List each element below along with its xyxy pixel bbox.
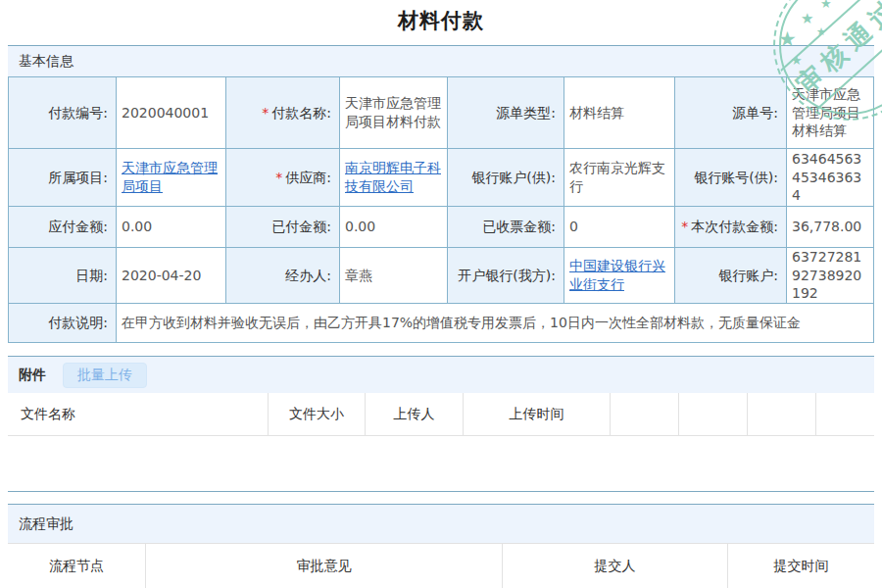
attachment-header-empty-cell [816,393,874,435]
spacer [0,343,882,356]
field-value: 农行南京光辉支行 [564,149,675,207]
field-label: 源单号: [675,77,787,149]
project-link[interactable]: 天津市应急管理局项目 [122,159,220,196]
column-header-submitter: 提交人 [503,544,728,588]
field-value: 章燕 [340,248,448,304]
field-value-text: 6372728192738920192 [792,248,868,304]
field-value-text: 章燕 [345,267,372,285]
basic-info-section: 基本信息 付款编号: 2020040001 *付款名称: 天津市应急管理局项目材… [8,45,874,343]
field-label: 付款编号: [9,77,117,149]
field-label-text: 付款编号: [48,104,108,122]
column-header-uploader: 上传人 [366,393,464,435]
field-label-text: 已付金额: [271,218,331,236]
attachments-section: 附件 批量上传 文件名称 文件大小 上传人 上传时间 [8,356,874,492]
field-value: 天津市应急管理局项目材料结算 [787,77,873,149]
column-header-submit-time: 提交时间 [728,544,874,588]
field-label-text: 日期: [75,267,108,285]
field-value-text: 36,778.00 [792,218,861,236]
field-label: *本次付款金额: [675,207,787,248]
field-label-text: 供应商: [285,169,331,187]
field-value-text: 2020040001 [122,104,209,122]
field-value-text: 天津市应急管理局项目材料结算 [792,85,868,141]
spacer [0,492,882,504]
field-value-text: 63464563453463634 [792,150,868,206]
field-value-text: 材料结算 [569,104,624,122]
required-mark: * [262,104,269,122]
field-label-text: 经办人: [285,267,331,285]
field-value-text: 在甲方收到材料并验收无误后，由乙方开具17%的增值税专用发票后，10日内一次性全… [122,314,801,332]
attachment-header-empty-cell [679,393,748,435]
field-label-text: 应付金额: [48,218,108,236]
field-value: 0 [564,207,675,248]
field-label: 已付金额: [226,207,340,248]
approval-section: 流程审批 流程节点 审批意见 提交人 提交时间 [8,504,874,588]
field-value-text: 0.00 [345,218,375,236]
supplier-link[interactable]: 南京明辉电子科技有限公司 [345,159,442,196]
approval-table-header: 流程节点 审批意见 提交人 提交时间 [8,543,874,588]
field-value: 材料结算 [564,77,675,149]
page-title: 材料付款 [0,0,882,45]
field-label-text: 付款名称: [271,104,331,122]
field-label: 已收票金额: [448,207,564,248]
field-label: 日期: [9,248,117,304]
field-value: 2020-04-20 [117,248,226,304]
field-label-text: 银行账户(供): [471,169,556,187]
field-label-text: 付款说明: [48,314,108,332]
field-label: 银行账号(供): [675,149,787,207]
field-label-text: 已收票金额: [482,218,556,236]
column-header-upload-time: 上传时间 [464,393,611,435]
field-value-text: 0.00 [122,218,152,236]
field-label-text: 所属项目: [48,169,108,187]
field-value: 中国建设银行兴业街支行 [564,248,675,304]
field-label-text: 源单号: [732,104,778,122]
attachments-title: 附件 [19,367,46,384]
field-value: 南京明辉电子科技有限公司 [340,149,448,207]
column-header-file-name: 文件名称 [8,393,269,435]
attachment-header-empty-cell [748,393,816,435]
our-bank-link[interactable]: 中国建设银行兴业街支行 [569,257,669,294]
field-label: 付款说明: [9,304,117,342]
field-label-text: 本次付款金额: [691,218,778,236]
field-label: 应付金额: [9,207,117,248]
column-header-file-size: 文件大小 [269,393,366,435]
required-mark: * [681,218,688,236]
approval-header: 流程审批 [8,505,874,543]
basic-info-title: 基本信息 [19,53,74,71]
field-label-text: 源单类型: [496,104,556,122]
field-value-text: 农行南京光辉支行 [569,159,669,196]
basic-info-table: 付款编号: 2020040001 *付款名称: 天津市应急管理局项目材料付款 源… [8,76,874,343]
field-value: 2020040001 [117,77,226,149]
field-value: 0.00 [117,207,226,248]
required-mark: * [275,169,282,187]
field-label: 开户银行(我方): [448,248,564,304]
attachment-header-empty-cell [611,393,679,435]
column-header-approval-opinion: 审批意见 [146,544,503,588]
field-value: 63464563453463634 [787,149,873,207]
field-label: 银行账户: [675,248,787,304]
field-value-text: 2020-04-20 [122,267,201,285]
approval-title: 流程审批 [19,515,74,533]
field-value: 天津市应急管理局项目 [117,149,226,207]
field-label-text: 银行账号(供): [694,169,778,187]
field-label-text: 开户银行(我方): [458,267,556,285]
field-label: *付款名称: [226,77,340,149]
field-label-text: 银行账户: [718,267,778,285]
field-value-text: 0 [569,218,578,236]
field-value: 天津市应急管理局项目材料付款 [340,77,448,149]
field-value-text: 天津市应急管理局项目材料付款 [345,94,442,131]
attachments-empty-area [8,436,874,491]
field-label: 银行账户(供): [448,149,564,207]
attachments-table-header: 文件名称 文件大小 上传人 上传时间 [8,393,874,436]
payment-note-value: 在甲方收到材料并验收无误后，由乙方开具17%的增值税专用发票后，10日内一次性全… [117,304,873,342]
field-value: 36,778.00 [787,207,873,248]
attachments-header: 附件 批量上传 [8,357,874,393]
field-label: 经办人: [226,248,340,304]
field-value: 6372728192738920192 [787,248,873,304]
field-value: 0.00 [340,207,448,248]
field-label: 所属项目: [9,149,117,207]
basic-info-header: 基本信息 [8,46,874,76]
field-label: *供应商: [226,149,340,207]
column-header-flow-node: 流程节点 [8,544,146,588]
batch-upload-button[interactable]: 批量上传 [63,363,147,388]
field-label: 源单类型: [448,77,564,149]
